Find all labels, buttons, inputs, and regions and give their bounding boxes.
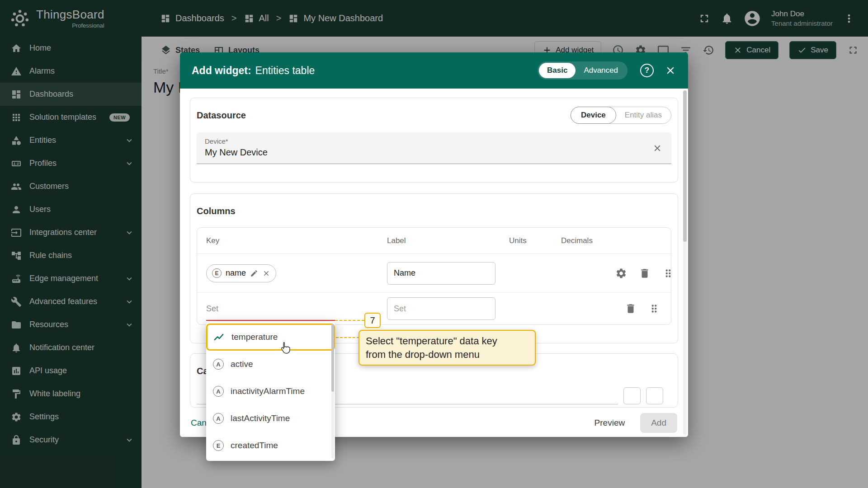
row-actions [615, 303, 662, 314]
edit-key-icon[interactable] [250, 269, 258, 277]
columns-section: Columns KeyLabelUnitsDecimals E name [190, 193, 678, 343]
tab-advanced[interactable]: Advanced [576, 63, 626, 78]
annotation-text-line: from the drop-down menu [366, 348, 528, 361]
data-key-dropdown: temperature Aactive AinactivityAlarmTime… [206, 322, 335, 461]
column-label-input[interactable] [387, 297, 495, 320]
help-button[interactable]: ? [640, 64, 654, 77]
preview-button[interactable]: Preview [588, 413, 632, 432]
widget-type-name: Entities table [255, 65, 315, 77]
toggle-device[interactable]: Device [571, 107, 616, 124]
data-key-options: temperature Aactive AinactivityAlarmTime… [206, 324, 335, 459]
dropdown-option-label: active [231, 359, 253, 369]
column-label-input[interactable] [387, 262, 495, 285]
dropdown-option-label: temperature [231, 332, 278, 342]
device-field[interactable]: Device* My New Device [197, 132, 671, 164]
annotation-tooltip: Select "temperature" data key from the d… [359, 330, 536, 366]
row-actions [615, 267, 676, 279]
dropdown-option-temperature[interactable]: temperature [206, 324, 335, 351]
dialog-scrollbar[interactable] [683, 90, 687, 435]
add-button[interactable]: Add [640, 413, 677, 433]
add-widget-dialog: Add widget: Entities table Basic Advance… [180, 52, 688, 437]
delete-column-icon[interactable] [625, 303, 637, 314]
dialog-title-prefix: Add widget: [192, 65, 251, 77]
annotation-step-badge: 7 [364, 313, 381, 328]
column-header-key: Key [206, 236, 387, 245]
clear-device-icon[interactable] [652, 143, 662, 153]
key-chip-label: name [226, 268, 246, 278]
key-autocomplete-label: Set [206, 304, 218, 314]
column-header-label: Label [387, 236, 509, 245]
column-row-name: E name [197, 254, 671, 293]
timeseries-icon [213, 331, 225, 343]
column-settings-icon[interactable] [615, 267, 627, 279]
key-chip[interactable]: E name [206, 264, 276, 282]
dialog-scrollbar-thumb[interactable] [683, 90, 687, 242]
attribute-icon: A [213, 413, 224, 424]
column-header-units: Units [509, 236, 561, 245]
annotation-text-line: Select "temperature" data key [366, 334, 528, 348]
drag-handle-icon[interactable] [648, 303, 660, 314]
datasource-type-toggle: Device Entity alias [571, 107, 671, 124]
dropdown-option-createdtime[interactable]: EcreatedTime [206, 432, 335, 459]
mouse-cursor-hand [278, 341, 292, 355]
entity-field-icon: E [212, 268, 222, 278]
label-cell [387, 297, 509, 320]
attribute-icon: A [213, 359, 224, 370]
attribute-icon: A [213, 386, 224, 397]
dropdown-option-inactivityalarmtime[interactable]: AinactivityAlarmTime [206, 378, 335, 405]
dropdown-option-label: lastActivityTime [231, 413, 290, 423]
columns-heading: Columns [197, 206, 236, 216]
device-field-value: My New Device [205, 147, 663, 158]
datasource-section: Datasource Device Entity alias Device* M… [190, 98, 678, 183]
device-field-label: Device* [205, 137, 663, 145]
column-header-decimals: Decimals [561, 236, 615, 245]
dialog-header: Add widget: Entities table Basic Advance… [180, 52, 688, 89]
dialog-body: Datasource Device Entity alias Device* M… [180, 89, 688, 409]
basic-advanced-toggle: Basic Advanced [538, 61, 627, 80]
partial-icon-button[interactable] [646, 387, 663, 404]
dropdown-option-lastactivitytime[interactable]: AlastActivityTime [206, 405, 335, 432]
dropdown-scrollbar[interactable] [331, 324, 334, 459]
dropdown-option-active[interactable]: Aactive [206, 351, 335, 378]
annotation-connector-line [336, 337, 359, 338]
dropdown-scrollbar-thumb[interactable] [331, 324, 334, 392]
dialog-title: Add widget: Entities table [192, 65, 315, 77]
key-autocomplete-cell[interactable]: Set 7 Select "temperature" data key from… [206, 293, 387, 324]
invalid-field-underline [206, 320, 335, 321]
delete-column-icon[interactable] [639, 267, 651, 279]
columns-table-header: KeyLabelUnitsDecimals [197, 228, 671, 254]
label-cell [387, 262, 509, 285]
column-row-new: Set 7 Select "temperature" data key from… [197, 293, 671, 324]
dropdown-option-label: createdTime [231, 441, 278, 450]
annotation-connector-line [335, 320, 364, 321]
key-cell: E name [206, 264, 387, 282]
dropdown-option-label: inactivityAlarmTime [231, 386, 305, 396]
datasource-heading: Datasource [197, 110, 246, 121]
dialog-close-icon[interactable] [665, 65, 676, 76]
toggle-entity-alias[interactable]: Entity alias [616, 107, 671, 123]
drag-handle-icon[interactable] [662, 267, 674, 279]
tab-basic[interactable]: Basic [539, 63, 576, 78]
entity-field-icon: E [213, 440, 224, 451]
columns-table: KeyLabelUnitsDecimals E name [197, 227, 671, 325]
remove-key-icon[interactable] [262, 269, 270, 277]
partial-icon-button[interactable] [623, 387, 641, 404]
